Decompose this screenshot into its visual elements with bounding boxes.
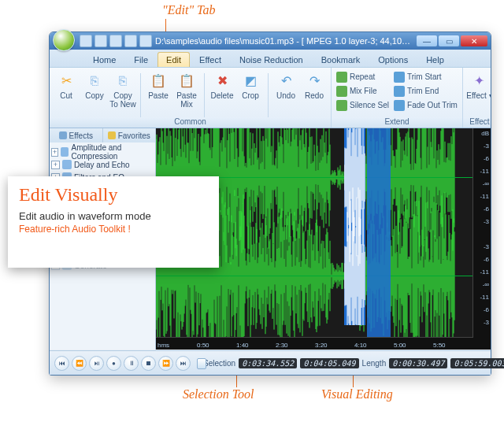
time-tick: hms <box>158 342 169 349</box>
fade-out-trim-icon <box>394 100 405 111</box>
delete-icon: ✖ <box>213 72 232 91</box>
repeat-button[interactable]: Repeat <box>335 70 391 83</box>
mix-file-button[interactable]: Mix File <box>335 84 391 98</box>
tab-bookmark[interactable]: Bookmark <box>313 52 369 67</box>
time-scale: hms0:501:402:303:204:105:005:50 <box>156 337 473 350</box>
transport-button-4[interactable]: ⏸ <box>124 356 139 371</box>
trim-end-button[interactable]: Trim End <box>392 84 459 98</box>
db-scale: dB-3-6-11-∞-11-6-3-3-6-11-∞-11-6-3 <box>472 128 491 350</box>
delete-button[interactable]: ✖Delete <box>209 70 235 101</box>
transport-button-2[interactable]: ⏯ <box>89 356 104 371</box>
tree-item-label: Amplitude and Compression <box>71 143 154 161</box>
copy-to-new-button[interactable]: ⎘Copy To New <box>109 70 136 109</box>
silence-sel-icon <box>336 100 347 111</box>
tree-item[interactable]: +Amplitude and Compression <box>51 146 154 158</box>
effect-label: Effect ▾ <box>466 92 491 101</box>
undo-button[interactable]: ↶Undo <box>272 70 299 101</box>
delete-label: Delete <box>211 92 234 101</box>
callout-line-2: Edit audio in waveform mode <box>19 210 208 222</box>
cut-button[interactable]: ✂Cut <box>53 70 80 101</box>
crop-button[interactable]: ◩Crop <box>237 70 264 101</box>
paste-mix-button[interactable]: 📋Paste Mix <box>173 70 200 109</box>
fade-out-trim-button[interactable]: Fade Out Trim <box>392 98 459 112</box>
qat-open-icon[interactable] <box>80 35 92 47</box>
time-tick: 3:20 <box>315 342 328 349</box>
db-tick: -11 <box>480 294 489 301</box>
window-maximize-button[interactable]: ▭ <box>439 35 459 46</box>
db-tick: -∞ <box>483 281 489 288</box>
readout-length-a: 0:00:30.497 <box>389 358 447 368</box>
sidebar-tab-favorites[interactable]: Favorites <box>103 128 156 142</box>
db-tick: -6 <box>484 306 489 313</box>
paste-button[interactable]: 📋Paste <box>145 70 172 101</box>
star-icon <box>108 131 116 139</box>
callout-title: Edit Visually <box>19 184 208 205</box>
db-tick: dB <box>481 130 489 137</box>
trim-end-label: Trim End <box>407 87 439 95</box>
length-label: Length <box>362 359 387 368</box>
redo-icon: ↷ <box>305 72 324 91</box>
group-label-effect: Effect <box>463 117 491 128</box>
trim-end-icon <box>394 86 405 97</box>
redo-button[interactable]: ↷Redo <box>301 70 328 101</box>
transport-button-5[interactable]: ⏹ <box>141 356 156 371</box>
transport-button-0[interactable]: ⏮ <box>54 356 69 371</box>
db-tick: -6 <box>484 155 489 162</box>
trim-start-label: Trim Start <box>407 72 442 81</box>
callout-line-3: Feature-rich Audio Toolkit ! <box>19 224 208 235</box>
db-tick: -6 <box>484 205 489 213</box>
paste-mix-icon: 📋 <box>177 72 196 91</box>
silence-sel-label: Silence Sel <box>350 101 389 109</box>
trim-start-button[interactable]: Trim Start <box>392 70 459 83</box>
fade-out-trim-label: Fade Out Trim <box>407 101 458 109</box>
titlebar[interactable]: D:\samples\audio files\music01.mp3 - [ M… <box>50 32 491 50</box>
repeat-icon <box>336 72 347 83</box>
tab-noise-reduction[interactable]: Noise Reduction <box>231 52 312 67</box>
db-tick: -∞ <box>483 180 489 187</box>
crop-icon: ◩ <box>241 72 260 91</box>
db-tick: -3 <box>484 142 489 150</box>
tab-file[interactable]: File <box>125 52 157 67</box>
app-orb-icon[interactable] <box>53 29 75 51</box>
transport-bar: ⏮⏪⏯●⏸⏹⏩⏭ Selection 0:03:34.552 0:04:05.0… <box>50 350 491 375</box>
transport-button-3[interactable]: ● <box>106 356 121 371</box>
slider-knob[interactable] <box>197 358 206 369</box>
qat-undo-icon[interactable] <box>109 35 122 47</box>
tab-home[interactable]: Home <box>84 52 124 67</box>
copy-to-new-icon: ⎘ <box>113 72 132 91</box>
db-tick: -3 <box>484 218 489 225</box>
quick-access-toolbar <box>80 35 152 47</box>
qat-save-icon[interactable] <box>94 35 107 47</box>
window-title: D:\samples\audio files\music01.mp3 - [ M… <box>152 36 417 46</box>
trim-start-icon <box>394 72 405 83</box>
expand-icon[interactable]: + <box>51 148 58 157</box>
qat-play-icon[interactable] <box>139 35 152 47</box>
window-minimize-button[interactable]: — <box>417 35 437 46</box>
crop-label: Crop <box>242 92 259 101</box>
qat-redo-icon[interactable] <box>124 35 137 47</box>
readout-sel-end: 0:04:05.049 <box>300 358 358 368</box>
mix-file-label: Mix File <box>350 87 376 95</box>
annotation-edit-tab: "Edit" Tab <box>162 3 216 17</box>
silence-sel-button[interactable]: Silence Sel <box>335 98 391 112</box>
ribbon: ✂Cut⎘Copy⎘Copy To New📋Paste📋Paste Mix✖De… <box>50 67 491 128</box>
tab-edit[interactable]: Edit <box>158 52 190 67</box>
window-close-button[interactable]: ✕ <box>461 35 487 46</box>
tab-help[interactable]: Help <box>417 52 453 67</box>
copy-button[interactable]: ⎘Copy <box>81 70 108 101</box>
effect-button[interactable]: ✦Effect ▾ <box>466 70 491 101</box>
expand-icon[interactable]: + <box>51 161 60 169</box>
mix-file-icon <box>336 86 347 97</box>
selection-region[interactable] <box>367 128 391 338</box>
tab-effect[interactable]: Effect <box>191 52 230 67</box>
copy-label: Copy <box>85 92 103 101</box>
undo-label: Undo <box>276 92 295 101</box>
tab-options[interactable]: Options <box>369 52 417 67</box>
ribbon-tabstrip: HomeFileEditEffectNoise ReductionBookmar… <box>50 50 491 67</box>
time-tick: 2:30 <box>276 342 288 349</box>
sidebar-tab-effects[interactable]: Effects <box>50 128 103 142</box>
db-tick: -11 <box>480 168 489 175</box>
transport-button-7[interactable]: ⏭ <box>176 356 191 371</box>
transport-button-6[interactable]: ⏩ <box>158 356 173 371</box>
transport-button-1[interactable]: ⏪ <box>72 356 87 371</box>
